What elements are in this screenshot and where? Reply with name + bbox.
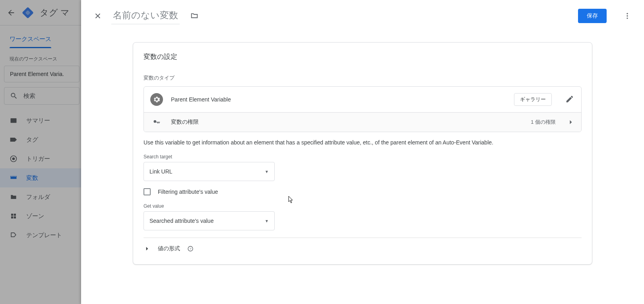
sidebar-item-variables[interactable]: 変数	[0, 168, 83, 187]
search-input[interactable]: 検索	[4, 87, 80, 105]
search-target-select[interactable]: Link URL ▼	[144, 162, 275, 181]
permissions-count: 1 個の権限	[531, 119, 556, 126]
variable-type-name: Parent Element Variable	[171, 96, 506, 103]
sidebar-item-label: サマリー	[26, 117, 50, 125]
search-placeholder: 検索	[23, 92, 35, 100]
chevron-down-icon: ▼	[265, 170, 269, 174]
variable-description: Use this variable to get information abo…	[144, 138, 582, 147]
filter-checkbox[interactable]	[144, 188, 151, 195]
svg-rect-7	[12, 176, 13, 177]
card-title: 変数の設定	[133, 43, 592, 71]
variable-type-row: Parent Element Variable ギャラリー	[144, 87, 581, 112]
svg-rect-13	[11, 216, 13, 218]
workspace-label: 現在のワークスペース	[0, 48, 83, 66]
chevron-down-icon: ▼	[265, 219, 269, 223]
zone-icon	[10, 212, 17, 220]
folder-icon	[10, 193, 17, 201]
more-menu-button[interactable]	[622, 10, 633, 21]
get-value-value: Searched attribute's value	[149, 218, 213, 224]
sidebar-item-zones[interactable]: ゾーン	[0, 207, 83, 226]
value-format-expander[interactable]: 値の形式 ?	[144, 244, 582, 254]
sidebar-item-label: フォルダ	[26, 193, 50, 201]
svg-rect-11	[11, 214, 13, 216]
sidebar-item-triggers[interactable]: トリガー	[0, 149, 83, 168]
svg-rect-5	[11, 177, 17, 179]
filter-checkbox-row[interactable]: Filtering attribute's value	[144, 188, 582, 195]
sidebar-item-templates[interactable]: テンプレート	[0, 226, 83, 245]
save-button[interactable]: 保存	[578, 9, 607, 23]
sidebar-item-label: トリガー	[26, 155, 50, 163]
svg-rect-14	[14, 216, 16, 218]
svg-point-16	[627, 15, 628, 16]
template-icon	[10, 231, 17, 239]
filter-checkbox-label: Filtering attribute's value	[158, 189, 218, 195]
sidebar-item-tags[interactable]: タグ	[0, 130, 83, 149]
close-button[interactable]	[92, 10, 103, 21]
edit-icon[interactable]	[565, 95, 575, 104]
value-format-label: 値の形式	[158, 245, 180, 252]
svg-point-17	[627, 18, 628, 19]
key-icon	[150, 118, 163, 126]
folder-button[interactable]	[190, 11, 200, 21]
svg-rect-6	[11, 176, 12, 177]
type-section-label: 変数のタイプ	[144, 74, 582, 82]
sidebar-item-label: タグ	[26, 136, 38, 144]
sidebar-item-label: テンプレート	[26, 232, 62, 239]
get-value-label: Get value	[144, 203, 582, 209]
sidebar-item-summary[interactable]: サマリー	[0, 111, 83, 130]
app-title: タグ マ	[40, 7, 70, 19]
svg-point-15	[627, 13, 628, 14]
tag-icon	[10, 136, 17, 144]
help-icon[interactable]: ?	[187, 246, 194, 252]
svg-rect-2	[11, 118, 17, 123]
trigger-icon	[10, 155, 17, 163]
svg-point-4	[12, 158, 15, 160]
variable-editor-panel: 名前のない変数 保存 変数の設定 変数のタイプ	[81, 0, 644, 304]
permissions-label: 変数の権限	[171, 119, 523, 126]
search-target-label: Search target	[144, 154, 582, 160]
divider	[144, 238, 582, 238]
gtm-logo-icon	[22, 7, 33, 18]
svg-rect-9	[15, 176, 16, 177]
get-value-select[interactable]: Searched attribute's value ▼	[144, 211, 275, 230]
svg-text:?: ?	[190, 247, 192, 251]
back-arrow-icon[interactable]	[6, 8, 16, 18]
svg-rect-10	[16, 176, 17, 177]
gear-icon	[150, 93, 163, 106]
sidebar-item-label: 変数	[26, 174, 38, 182]
svg-rect-8	[13, 176, 14, 177]
chevron-right-icon	[567, 118, 575, 126]
chevron-right-icon	[144, 245, 151, 252]
variable-name-input[interactable]: 名前のない変数	[111, 8, 180, 24]
summary-icon	[10, 117, 17, 125]
search-target-value: Link URL	[149, 168, 173, 175]
variable-icon	[10, 174, 17, 182]
permissions-row[interactable]: 変数の権限 1 個の権限	[144, 112, 581, 132]
svg-rect-12	[14, 214, 16, 216]
sidebar-item-label: ゾーン	[26, 212, 44, 220]
sidebar-item-folders[interactable]: フォルダ	[0, 187, 83, 207]
tab-workspace[interactable]: ワークスペース	[10, 31, 51, 48]
gallery-button[interactable]: ギャラリー	[514, 93, 552, 106]
search-icon	[10, 92, 18, 100]
workspace-selector[interactable]: Parent Element Varia.	[4, 66, 80, 82]
